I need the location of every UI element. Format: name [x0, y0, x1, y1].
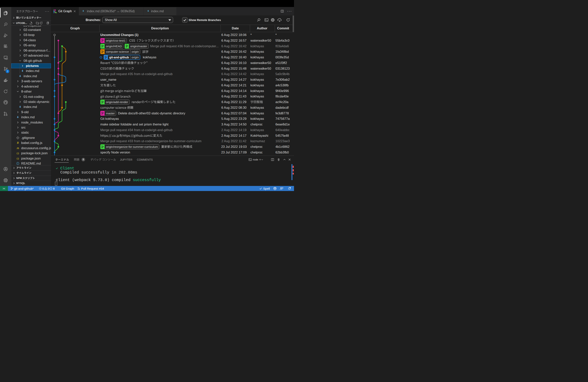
svg-text:{ }: { }	[17, 152, 19, 154]
svg-text:JS: JS	[17, 147, 19, 149]
svg-text:{ }: { }	[17, 157, 19, 159]
svg-text:B: B	[17, 141, 19, 144]
